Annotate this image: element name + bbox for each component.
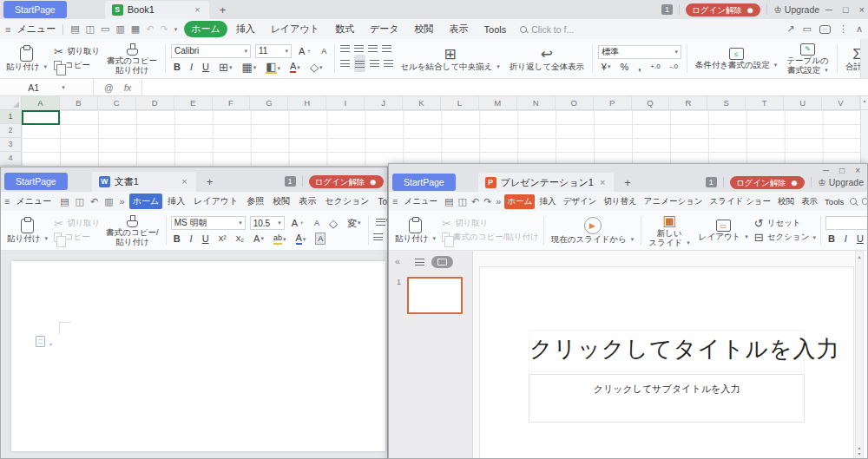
ss-menu-button[interactable]: メニュー: [16, 23, 56, 36]
active-cell-a1[interactable]: [22, 110, 60, 125]
pp-document-tab[interactable]: P プレゼンテーション1 ×: [478, 173, 615, 193]
ribbon-tab[interactable]: 表示: [799, 194, 820, 209]
reset-button[interactable]: ↺リセット: [754, 218, 816, 229]
section-button[interactable]: ⊟セクション▾: [754, 232, 816, 243]
subtitle-placeholder[interactable]: クリックしてサブタイトルを入力: [529, 374, 805, 423]
column-header[interactable]: N: [517, 96, 556, 109]
wr-startpage-tab[interactable]: StartPage: [4, 173, 68, 190]
ribbon-tab[interactable]: 表示: [443, 21, 476, 37]
italic-button[interactable]: I: [187, 233, 195, 244]
pp-maximize-button[interactable]: □: [839, 166, 845, 175]
ribbon-tab[interactable]: Tools: [822, 195, 846, 208]
align-center-icon[interactable]: [355, 61, 365, 68]
format-painter-button[interactable]: 書式のコピー/貼り付け: [103, 213, 161, 248]
ss-restore-button[interactable]: □: [843, 4, 849, 15]
pp-minimize-button[interactable]: ─: [823, 166, 829, 175]
column-header[interactable]: F: [213, 96, 251, 109]
underline-button[interactable]: U: [200, 233, 212, 244]
save-icon[interactable]: ◫: [76, 196, 84, 207]
cut-button[interactable]: ✂切り取り: [442, 218, 539, 229]
ribbon-tab[interactable]: ホーム: [129, 193, 162, 209]
switch-window-icon[interactable]: ▭: [803, 23, 812, 35]
pp-upgrade-button[interactable]: ♔ Upgrade: [818, 177, 864, 187]
column-header[interactable]: M: [479, 96, 517, 109]
pp-tab-close-icon[interactable]: ×: [598, 177, 607, 187]
column-header[interactable]: V: [822, 96, 860, 109]
fx-icon[interactable]: fx: [124, 82, 132, 93]
align-left-icon[interactable]: [373, 233, 383, 240]
align-top-icon[interactable]: [340, 45, 350, 52]
fill-color-button[interactable]: ◧▾: [263, 61, 283, 74]
underline-button[interactable]: U: [200, 62, 212, 72]
save-icon[interactable]: ◫: [458, 196, 467, 207]
ribbon-tab[interactable]: アニメーション: [641, 194, 706, 209]
thumbnail-view-toggle[interactable]: [431, 256, 453, 268]
wr-tab-close-icon[interactable]: ×: [180, 176, 188, 187]
open-icon[interactable]: ▤: [444, 196, 453, 207]
copy-button[interactable]: コピー: [54, 60, 100, 71]
title-placeholder[interactable]: クリックしてタイトルを入力: [529, 330, 805, 372]
ribbon-tab[interactable]: ホーム: [504, 194, 535, 209]
collapse-panel-icon[interactable]: «: [395, 256, 400, 266]
underline-button[interactable]: U: [854, 233, 866, 244]
paste-button[interactable]: 貼り付け▾: [3, 41, 49, 76]
prev-slide-icon[interactable]: ▴: [858, 444, 860, 450]
font-color-button[interactable]: A▾: [287, 61, 303, 73]
increase-font-button[interactable]: A＋: [296, 46, 314, 56]
pp-new-tab-button[interactable]: +: [617, 176, 638, 189]
ss-minimize-button[interactable]: ─: [825, 4, 832, 15]
outline-view-icon[interactable]: [415, 259, 424, 266]
ss-new-tab-button[interactable]: +: [213, 3, 233, 16]
column-header[interactable]: R: [669, 96, 707, 109]
italic-button[interactable]: I: [842, 233, 850, 244]
scroll-up-icon[interactable]: ▴: [858, 253, 860, 259]
row-header[interactable]: 3: [0, 138, 21, 152]
cell-style-button[interactable]: ▦▾: [239, 62, 259, 73]
bullets-button[interactable]: ▾: [373, 215, 387, 226]
paste-button[interactable]: 貼り付け▾: [4, 213, 50, 248]
hamburger-menu-icon[interactable]: ≡: [392, 196, 398, 207]
number-format-select[interactable]: 標準▾: [598, 45, 681, 59]
pp-search-box[interactable]: Cli...: [850, 196, 867, 207]
print-preview-icon[interactable]: ▭: [101, 23, 109, 35]
subscript-button[interactable]: X₂: [233, 233, 247, 244]
align-left-icon[interactable]: [340, 60, 350, 67]
column-header[interactable]: S: [707, 96, 746, 109]
print-icon[interactable]: ▥: [104, 196, 113, 207]
increase-decimal-button[interactable]: +.0: [648, 62, 662, 72]
undo-icon[interactable]: ↶: [146, 23, 154, 35]
ribbon-tab[interactable]: 校閲: [408, 21, 441, 37]
ribbon-tab[interactable]: データ: [363, 21, 406, 37]
wr-document-tab[interactable]: W 文書1 ×: [92, 172, 196, 192]
borders-button[interactable]: ⊞▾: [216, 62, 234, 73]
ribbon-tab[interactable]: ホーム: [184, 21, 227, 37]
ribbon-tab[interactable]: レイアウト: [264, 21, 326, 37]
ribbon-tab[interactable]: 挿入: [164, 193, 188, 209]
column-header[interactable]: P: [594, 96, 632, 109]
format-painter-button[interactable]: 書式のコピー貼り付け: [104, 41, 160, 76]
ss-document-tab[interactable]: S Book1 ×: [105, 1, 209, 19]
conditional-format-button[interactable]: ≤ 条件付き書式の設定▾: [693, 41, 779, 76]
column-header[interactable]: D: [136, 96, 174, 109]
increase-font-button[interactable]: A＋: [289, 218, 307, 228]
ribbon-tab[interactable]: 数式: [328, 21, 361, 37]
wr-notification-badge[interactable]: 1: [285, 176, 296, 187]
hamburger-menu-icon[interactable]: ≡: [4, 196, 10, 207]
bold-button[interactable]: B: [171, 233, 183, 244]
column-header[interactable]: G: [250, 96, 288, 109]
wrap-text-button[interactable]: ↩ 折り返して全体表示: [507, 41, 587, 76]
ribbon-tab[interactable]: デザイン: [560, 194, 599, 209]
play-from-current-button[interactable]: ▶ 現在のスライドから▾: [549, 213, 637, 248]
column-header[interactable]: C: [98, 96, 136, 109]
column-header[interactable]: K: [403, 96, 441, 109]
ribbon-tab[interactable]: レイアウト: [190, 193, 241, 209]
column-header[interactable]: I: [326, 96, 365, 109]
undo-icon[interactable]: ↶: [90, 196, 98, 207]
font-size-select[interactable]: 11▾: [255, 44, 292, 58]
superscript-button[interactable]: X²: [216, 233, 229, 244]
ribbon-tab[interactable]: 挿入: [536, 194, 558, 209]
font-family-select[interactable]: ▾: [825, 216, 867, 230]
indent-icon[interactable]: [384, 60, 393, 67]
phonetic-guide-button[interactable]: 変▾: [345, 218, 364, 228]
redo-icon[interactable]: ↷: [160, 23, 168, 35]
